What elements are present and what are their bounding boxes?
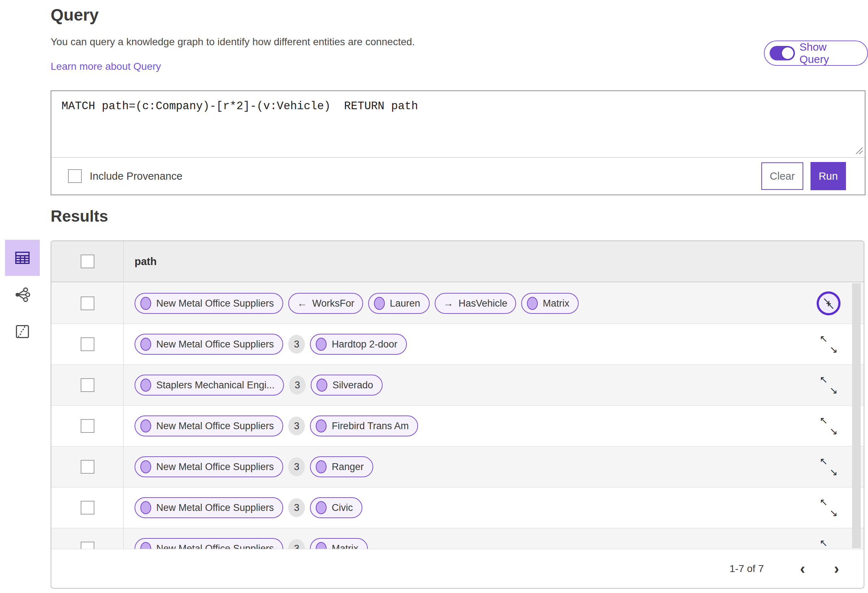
table-row: New Metal Office Suppliers3Matrix↖↘ (52, 528, 864, 549)
expand-row-button[interactable]: ↖↘ (816, 496, 840, 519)
arrow-left-icon: ← (297, 298, 307, 309)
node-pill[interactable]: Staplers Mechanical Engi... (134, 375, 284, 395)
table-row: New Metal Office Suppliers3Ranger↖↘ (52, 447, 864, 487)
select-all-checkbox[interactable] (81, 255, 94, 268)
node-circle-icon (316, 460, 326, 473)
path-cell: New Metal Office Suppliers←WorksForLaure… (124, 293, 816, 314)
graph-view-button[interactable] (5, 277, 40, 313)
node-pill[interactable]: Firebird Trans Am (310, 416, 418, 437)
node-circle-icon (140, 419, 151, 432)
page-title: Query (51, 5, 99, 25)
path-cell: New Metal Office Suppliers3Firebird Tran… (124, 416, 816, 437)
node-pill[interactable]: Matrix (310, 538, 368, 549)
row-checkbox[interactable] (81, 542, 94, 549)
row-checkbox[interactable] (81, 460, 94, 474)
row-checkbox[interactable] (81, 378, 94, 392)
include-provenance-checkbox[interactable] (68, 169, 82, 183)
pill-label: Silverado (332, 380, 373, 391)
node-pill[interactable]: Matrix (521, 293, 579, 314)
diagonal-arrow-icon: ↘ (829, 507, 838, 519)
diagonal-arrow-icon: ↖ (819, 333, 828, 345)
expand-row-button[interactable]: ↖↘ (816, 414, 840, 438)
pill-label: WorksFor (312, 298, 354, 309)
view-switcher (5, 240, 40, 350)
collapsed-hops-count-badge[interactable]: 3 (288, 498, 305, 517)
expand-row-button[interactable]: ↖↘ (816, 537, 840, 549)
path-column-header: path (124, 256, 156, 268)
run-button[interactable]: Run (810, 162, 846, 190)
table-view-button[interactable] (5, 240, 40, 276)
node-pill[interactable]: Lauren (368, 293, 430, 314)
map-route-icon (15, 324, 30, 339)
collapsed-hops-count-badge[interactable]: 3 (288, 539, 305, 549)
table-header-row: path (52, 241, 864, 282)
collapse-row-button[interactable]: ↘↖ (816, 291, 840, 315)
clear-button[interactable]: Clear (761, 162, 803, 190)
node-pill[interactable]: Silverado (311, 375, 382, 395)
show-query-toggle[interactable]: Show Query (764, 40, 868, 66)
collapsed-hops-count-badge[interactable]: 3 (288, 416, 305, 435)
map-view-button[interactable] (5, 314, 40, 350)
node-circle-icon (527, 297, 538, 310)
edge-pill[interactable]: ←WorksFor (288, 293, 363, 314)
pill-label: New Metal Office Suppliers (156, 339, 274, 350)
collapsed-hops-count-badge[interactable]: 3 (288, 335, 305, 354)
diagonal-arrow-icon: ↘ (829, 466, 838, 478)
row-checkbox[interactable] (81, 337, 94, 351)
textarea-resize-handle[interactable] (855, 146, 863, 155)
table-row: New Metal Office Suppliers←WorksForLaure… (52, 283, 864, 324)
pagination-bar: 1-7 of 7 ‹ › (52, 549, 864, 588)
expand-row-button[interactable]: ↖↘ (816, 455, 840, 479)
pill-label: New Metal Office Suppliers (156, 420, 274, 432)
pill-label: New Metal Office Suppliers (156, 298, 274, 309)
pill-label: New Metal Office Suppliers (156, 462, 274, 473)
results-table: path New Metal Office Suppliers←WorksFor… (51, 240, 864, 589)
node-pill[interactable]: New Metal Office Suppliers (134, 497, 283, 518)
row-checkbox[interactable] (81, 296, 94, 310)
expand-row-button[interactable]: ↖↘ (816, 373, 840, 397)
vertical-scrollbar[interactable] (852, 283, 861, 548)
table-row: Staplers Mechanical Engi...3Silverado↖↘ (52, 365, 864, 406)
toggle-switch-icon[interactable] (770, 46, 795, 60)
node-pill[interactable]: New Metal Office Suppliers (134, 538, 283, 549)
node-circle-icon (140, 542, 151, 549)
pill-label: New Metal Office Suppliers (156, 502, 274, 513)
pill-label: New Metal Office Suppliers (156, 543, 274, 549)
next-page-button[interactable]: › (830, 561, 843, 576)
pill-label: Staplers Mechanical Engi... (156, 380, 275, 391)
node-circle-icon (316, 419, 326, 432)
pill-label: Matrix (543, 298, 570, 309)
collapsed-hops-count-badge[interactable]: 3 (288, 457, 305, 476)
row-checkbox[interactable] (81, 501, 94, 515)
diagonal-arrow-icon: ↖ (819, 496, 828, 508)
node-circle-icon (140, 297, 151, 310)
path-cell: New Metal Office Suppliers3Civic (124, 497, 816, 518)
diagonal-arrow-icon: ↘ (829, 385, 838, 396)
page-range-label: 1-7 of 7 (729, 563, 764, 575)
path-cell: Staplers Mechanical Engi...3Silverado (124, 375, 816, 395)
table-icon (14, 249, 31, 266)
node-pill[interactable]: New Metal Office Suppliers (134, 334, 283, 355)
query-textarea[interactable]: MATCH path=(c:Company)-[r*2]-(v:Vehicle)… (62, 100, 850, 112)
learn-more-link[interactable]: Learn more about Query (51, 61, 161, 72)
node-pill[interactable]: Hardtop 2-door (310, 334, 407, 355)
node-pill[interactable]: New Metal Office Suppliers (134, 293, 283, 314)
node-circle-icon (316, 501, 326, 514)
expand-row-button[interactable]: ↖↘ (816, 332, 840, 356)
row-checkbox[interactable] (81, 419, 94, 433)
edge-pill[interactable]: →HasVehicle (435, 293, 516, 314)
node-pill[interactable]: New Metal Office Suppliers (134, 456, 283, 477)
graph-network-icon (14, 286, 31, 303)
pill-label: Matrix (332, 543, 359, 549)
query-actions-bar: Include Provenance Clear Run (52, 158, 865, 195)
node-circle-icon (316, 338, 326, 351)
node-pill[interactable]: New Metal Office Suppliers (134, 416, 283, 437)
node-circle-icon (374, 297, 385, 310)
node-pill[interactable]: Ranger (310, 456, 373, 477)
path-cell: New Metal Office Suppliers3Matrix (124, 538, 816, 549)
collapsed-hops-count-badge[interactable]: 3 (289, 376, 306, 394)
node-pill[interactable]: Civic (310, 497, 362, 518)
previous-page-button[interactable]: ‹ (796, 561, 809, 576)
arrow-right-icon: → (443, 298, 453, 309)
diagonal-arrow-icon: ↖ (819, 537, 828, 549)
